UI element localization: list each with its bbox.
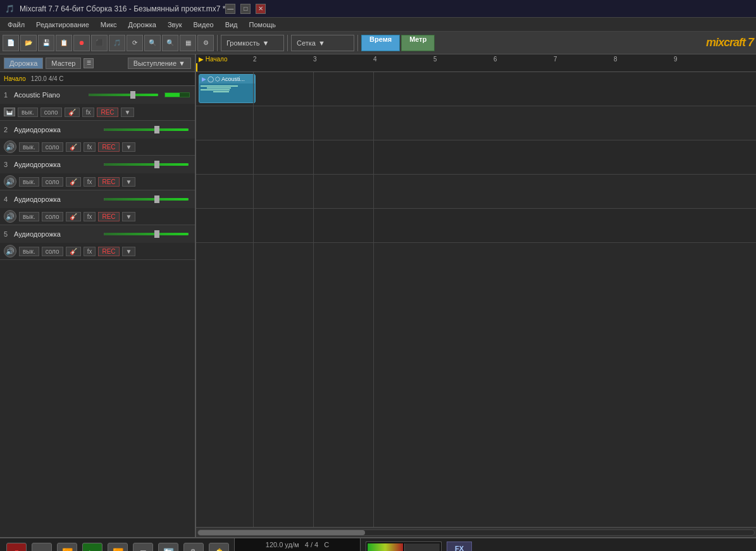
track-vol-5[interactable] <box>104 233 189 235</box>
titlebar: 🎵 Mixcraft 7.7 64-бит Сборка 316 - Безым… <box>0 0 756 18</box>
menu-sound[interactable]: Звук <box>163 20 187 30</box>
tb7[interactable]: ⟳ <box>127 35 143 51</box>
menu-edit[interactable]: Редактирование <box>31 20 94 30</box>
expand-btn-3[interactable]: ▼ <box>122 177 136 187</box>
route-btn-2[interactable]: 🎸 <box>66 142 81 152</box>
rewind-start-button[interactable]: ⏮ <box>32 543 52 551</box>
fast-forward-button[interactable]: ⏩ <box>108 543 128 551</box>
menu-track[interactable]: Дорожка <box>123 20 161 30</box>
menu-help[interactable]: Помощь <box>244 20 282 30</box>
volume-dropdown[interactable]: Громкость ▼ <box>221 35 284 51</box>
loop-button[interactable]: 🔄 <box>158 543 178 551</box>
track-vol-3[interactable] <box>104 163 189 166</box>
route-btn-5[interactable]: 🎸 <box>66 247 81 256</box>
mute-btn-1[interactable]: вык. <box>18 108 38 117</box>
fx-btn-5[interactable]: fx <box>84 247 96 256</box>
play-button[interactable]: ▶ <box>82 543 102 551</box>
tb10[interactable]: ▦ <box>180 35 196 51</box>
rec-btn-4[interactable]: REC <box>98 212 119 221</box>
track-icon-3[interactable]: 🔊 <box>4 175 16 188</box>
mute-btn-4[interactable]: вык. <box>19 212 39 221</box>
copy-btn[interactable]: 📋 <box>56 35 72 51</box>
metronome-button[interactable]: 🔔 <box>209 543 229 551</box>
tb-rec[interactable]: ⏺ <box>73 35 90 51</box>
performance-button[interactable]: Выступление ▼ <box>128 58 191 69</box>
grid-dropdown[interactable]: Сетка ▼ <box>291 35 354 51</box>
solo-btn-4[interactable]: соло <box>42 212 63 221</box>
track-vol-2[interactable] <box>104 128 189 131</box>
track-icon-4[interactable]: 🔊 <box>4 210 16 223</box>
track-num-1: 1 <box>4 91 11 99</box>
track-icon-2[interactable]: 🔊 <box>4 140 16 153</box>
tab-track[interactable]: Дорожка <box>4 58 43 69</box>
fx-btn-2[interactable]: fx <box>84 142 96 152</box>
route-btn-1[interactable]: 🎸 <box>65 108 80 117</box>
route-btn-4[interactable]: 🎸 <box>66 212 81 221</box>
save-btn[interactable]: 💾 <box>38 35 54 51</box>
expand-btn-2[interactable]: ▼ <box>122 142 136 152</box>
track-info-1: 1 Acoustic Piano <box>0 86 195 104</box>
solo-btn-3[interactable]: соло <box>42 177 63 187</box>
track-header-toolbar: Дорожка Мастер ☰ Выступление ▼ <box>0 54 195 72</box>
expand-btn-1[interactable]: ▼ <box>121 108 135 117</box>
timeline-area: ▶ Начало 2 3 4 5 6 7 8 9 ▶ ◯ ⬡ <box>196 54 756 537</box>
solo-btn-5[interactable]: соло <box>42 247 63 256</box>
maximize-button[interactable]: □ <box>240 4 251 14</box>
main-area: Дорожка Мастер ☰ Выступление ▼ Начало 12… <box>0 54 756 537</box>
track-row-1: 1 Acoustic Piano 🎹 вык. соло 🎸 fx REC ▼ <box>0 86 195 121</box>
stop-button[interactable]: ⏹ <box>133 543 153 551</box>
mute-btn-2[interactable]: вык. <box>19 142 39 152</box>
mute-btn-3[interactable]: вык. <box>19 177 39 187</box>
close-button[interactable]: ✕ <box>256 4 266 14</box>
instrument-icon-1[interactable]: 🎹 <box>4 108 15 116</box>
minimize-button[interactable]: — <box>225 4 235 14</box>
master-settings-btn[interactable]: ☰ <box>84 58 94 68</box>
open-btn[interactable]: 📂 <box>20 35 37 51</box>
rec-btn-2[interactable]: REC <box>98 142 119 152</box>
meter-bar-l <box>368 543 403 551</box>
tb5[interactable]: ⬛ <box>91 35 108 51</box>
mute-btn-5[interactable]: вык. <box>19 247 39 256</box>
midi-clip-1[interactable]: ▶ ◯ ⬡ Acousti... <box>199 74 256 103</box>
volume-meter <box>366 542 442 551</box>
menu-file[interactable]: Файл <box>3 20 30 30</box>
rewind-button[interactable]: ⏪ <box>57 543 77 551</box>
track-row-3: 3 Аудиодорожка 🔊 вык. соло 🎸 fx REC ▼ <box>0 156 195 190</box>
tracks-canvas[interactable]: ▶ ◯ ⬡ Acousti... <box>196 72 756 527</box>
ruler-mark-3: 3 <box>313 56 317 63</box>
rec-btn-5[interactable]: REC <box>98 247 119 256</box>
scroll-thumb[interactable] <box>198 530 365 535</box>
fx-btn-1[interactable]: fx <box>82 108 95 117</box>
h-scrollbar[interactable] <box>196 527 756 537</box>
expand-btn-4[interactable]: ▼ <box>122 212 136 221</box>
menu-view[interactable]: Вид <box>220 20 243 30</box>
route-btn-3[interactable]: 🎸 <box>66 177 81 187</box>
fx-btn-4[interactable]: fx <box>84 212 96 221</box>
menu-mix[interactable]: Микс <box>96 20 122 30</box>
time-button[interactable]: Время <box>361 35 400 51</box>
scroll-track[interactable] <box>197 529 755 536</box>
fx-button[interactable]: FX <box>447 542 472 551</box>
tab-master[interactable]: Мастер <box>46 58 81 69</box>
new-btn[interactable]: 📄 <box>3 35 19 51</box>
fx-btn-3[interactable]: fx <box>84 177 96 187</box>
track-vol-4[interactable] <box>104 198 189 201</box>
solo-btn-2[interactable]: соло <box>42 142 63 152</box>
bpm-display: 120.0 уд/м 4 / 4 C <box>242 541 352 548</box>
expand-btn-5[interactable]: ▼ <box>122 247 136 256</box>
rec-btn-3[interactable]: REC <box>98 177 119 187</box>
tb8[interactable]: 🔍 <box>144 35 161 51</box>
track-num-3: 3 <box>4 161 11 168</box>
record-button[interactable]: ⏺ <box>6 543 27 551</box>
punch-in-button[interactable]: 🎙 <box>183 543 204 551</box>
track-vol-1[interactable] <box>89 94 158 96</box>
tb6[interactable]: 🎵 <box>109 35 125 51</box>
solo-btn-1[interactable]: соло <box>40 108 62 117</box>
rec-btn-1[interactable]: REC <box>97 108 118 117</box>
tb11[interactable]: ⚙ <box>197 35 214 51</box>
menu-video[interactable]: Видео <box>189 20 219 30</box>
tb9[interactable]: 🔍 <box>162 35 178 51</box>
track-icon-5[interactable]: 🔊 <box>4 245 16 257</box>
metric-button[interactable]: Метр <box>401 35 435 51</box>
ruler-mark-8: 8 <box>614 56 617 63</box>
